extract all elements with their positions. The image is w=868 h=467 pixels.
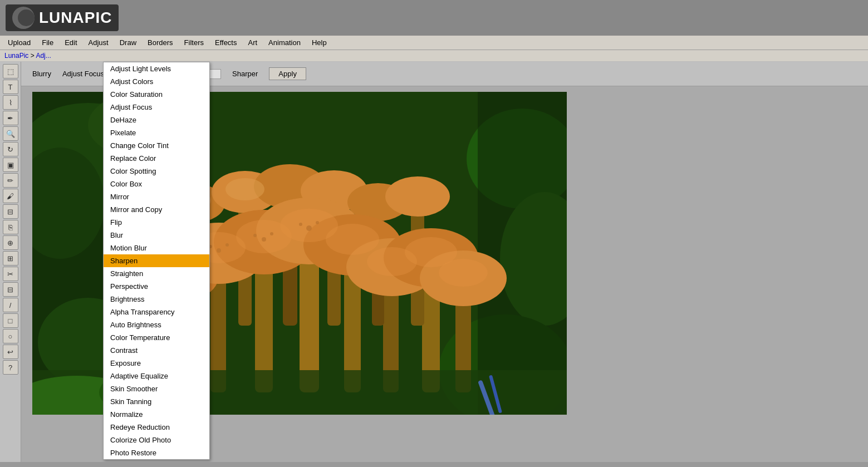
adjust-menu-item-straighten[interactable]: Straighten <box>104 267 209 280</box>
adjust-menu-item-contrast[interactable]: Contrast <box>104 344 209 357</box>
breadcrumb: LunaPic > Adj... <box>0 50 868 62</box>
tool-rotate[interactable]: ↻ <box>3 142 18 156</box>
menu-animation[interactable]: Animation <box>263 37 306 48</box>
adjust-menu-item-color-spotting[interactable]: Color Spotting <box>104 165 209 178</box>
logo: LUNAPIC <box>6 4 119 31</box>
breadcrumb-home[interactable]: LunaPic <box>4 52 28 60</box>
apply-button[interactable]: Apply <box>269 67 306 80</box>
svg-point-59 <box>439 259 488 287</box>
tool-layers[interactable]: ⊟ <box>3 282 18 297</box>
adjust-menu-item-mirror-and-copy[interactable]: Mirror and Copy <box>104 203 209 216</box>
left-toolbar: ⬚ T ⌇ ✒ 🔍 ↻ ▣ ✏ 🖌 ⊟ ⎘ ⊕ ⊞ ✂ ⊟ / □ ○ ↩ ? <box>0 62 21 462</box>
adjust-menu-item-sharpen[interactable]: Sharpen <box>104 254 209 267</box>
svg-point-29 <box>385 176 450 217</box>
breadcrumb-separator: > <box>31 52 36 60</box>
label-adjust-focus: Adjust Focus <box>62 70 104 78</box>
tool-help[interactable]: ? <box>3 360 18 375</box>
tool-line[interactable]: / <box>3 298 18 312</box>
adjust-menu-item-color-box[interactable]: Color Box <box>104 178 209 190</box>
tool-rectangle[interactable]: □ <box>3 313 18 328</box>
tool-erase[interactable]: ⊟ <box>3 204 18 219</box>
tool-clone[interactable]: ⎘ <box>3 220 18 234</box>
menu-borders[interactable]: Borders <box>142 37 179 48</box>
adjust-menu-item-adaptive-equalize[interactable]: Adaptive Equalize <box>104 370 209 382</box>
svg-point-56 <box>326 224 379 255</box>
menu-art[interactable]: Art <box>242 37 263 48</box>
menubar: Upload File Edit Adjust Draw Borders Fil… <box>0 36 868 50</box>
tool-select[interactable]: ⬚ <box>3 64 18 78</box>
adjust-menu-item-normalize[interactable]: Normalize <box>104 408 209 421</box>
adjust-menu-item-exposure[interactable]: Exposure <box>104 357 209 370</box>
adjust-menu-item-colorize-old-photo[interactable]: Colorize Old Photo <box>104 434 209 446</box>
adjust-menu-item-brightness[interactable]: Brightness <box>104 293 209 306</box>
tool-circle[interactable]: ○ <box>3 329 18 343</box>
menu-file[interactable]: File <box>36 37 59 48</box>
adjust-menu-item-auto-brightness[interactable]: Auto Brightness <box>104 318 209 331</box>
adjust-menu-item-adjust-colors[interactable]: Adjust Colors <box>104 75 209 88</box>
adjust-menu-item-flip[interactable]: Flip <box>104 216 209 229</box>
adjust-menu-item-photo-restore[interactable]: Photo Restore <box>104 446 209 459</box>
adjust-menu-item-change-color-tint[interactable]: Change Color Tint <box>104 139 209 152</box>
adjust-menu-item-color-temperature[interactable]: Color Temperature <box>104 331 209 344</box>
menu-help[interactable]: Help <box>306 37 332 48</box>
adjust-menu-item-skin-tanning[interactable]: Skin Tanning <box>104 395 209 408</box>
adjust-menu-item-blur[interactable]: Blur <box>104 229 209 242</box>
breadcrumb-current[interactable]: Adj... <box>36 52 51 60</box>
tool-stamp[interactable]: ⊕ <box>3 235 18 250</box>
tool-crop[interactable]: ▣ <box>3 158 18 172</box>
adjust-menu-item-redeye-reduction[interactable]: Redeye Reduction <box>104 421 209 434</box>
tool-eyedropper[interactable]: ✒ <box>3 111 18 125</box>
tool-undo[interactable]: ↩ <box>3 345 18 359</box>
main-layout: ⬚ T ⌇ ✒ 🔍 ↻ ▣ ✏ 🖌 ⊟ ⎘ ⊕ ⊞ ✂ ⊟ / □ ○ ↩ ? … <box>0 62 868 462</box>
tool-lasso[interactable]: ⌇ <box>3 95 18 110</box>
tool-paint[interactable]: ✏ <box>3 173 18 188</box>
label-blurry: Blurry <box>32 70 51 78</box>
header: LUNAPIC <box>0 0 868 36</box>
menu-effects[interactable]: Effects <box>209 37 243 48</box>
adjust-menu-item-alpha-transparency[interactable]: Alpha Transparency <box>104 306 209 318</box>
adjust-menu-item-pixelate[interactable]: Pixelate <box>104 126 209 139</box>
menu-draw[interactable]: Draw <box>114 37 142 48</box>
tool-cut[interactable]: ✂ <box>3 267 18 281</box>
menu-filters[interactable]: Filters <box>179 37 209 48</box>
svg-rect-9 <box>478 92 567 415</box>
menu-upload[interactable]: Upload <box>2 37 36 48</box>
tool-text[interactable]: T <box>3 80 18 94</box>
adjust-menu-item-color-saturation[interactable]: Color Saturation <box>104 88 209 101</box>
menu-edit[interactable]: Edit <box>59 37 82 48</box>
tool-magnify[interactable]: 🔍 <box>3 126 18 141</box>
svg-point-31 <box>225 178 264 200</box>
tool-paint2[interactable]: 🖌 <box>3 189 18 203</box>
adjust-menu-item-adjust-light-levels[interactable]: Adjust Light Levels <box>104 62 209 75</box>
adjust-menu-item-mirror[interactable]: Mirror <box>104 190 209 203</box>
logo-moon-icon <box>12 7 35 29</box>
adjust-dropdown: Adjust Light LevelsAdjust ColorsColor Sa… <box>103 62 210 460</box>
adjust-menu-item-skin-smoother[interactable]: Skin Smoother <box>104 382 209 395</box>
adjust-menu-item-motion-blur[interactable]: Motion Blur <box>104 242 209 254</box>
adjust-menu-item-adjust-focus[interactable]: Adjust Focus <box>104 101 209 114</box>
adjust-menu-item-replace-color[interactable]: Replace Color <box>104 152 209 165</box>
adjust-menu-item-perspective[interactable]: Perspective <box>104 280 209 293</box>
menu-adjust[interactable]: Adjust <box>83 37 114 48</box>
label-sharper: Sharper <box>232 70 258 78</box>
logo-text: LUNAPIC <box>39 9 112 27</box>
adjust-menu-item-dehaze[interactable]: DeHaze <box>104 114 209 126</box>
tool-print[interactable]: ⊞ <box>3 251 18 266</box>
